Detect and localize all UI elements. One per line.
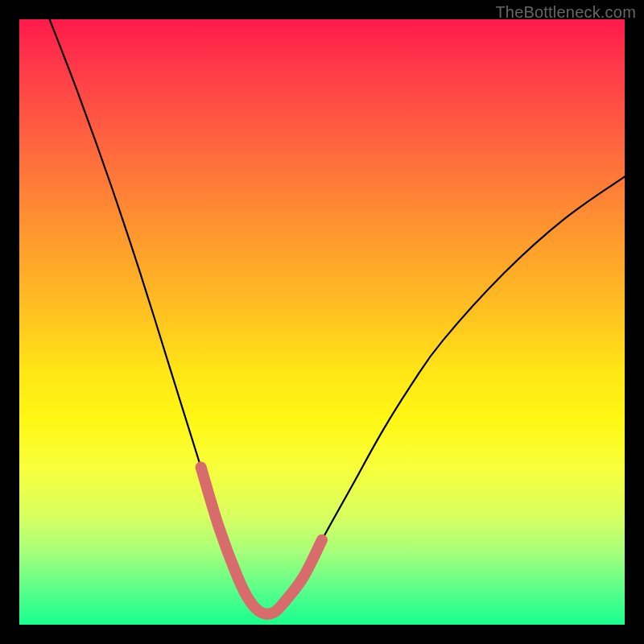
watermark-text: TheBottleneck.com xyxy=(495,3,636,22)
chart-stage: TheBottleneck.com xyxy=(0,0,644,644)
bottleneck-curve-highlight xyxy=(201,468,322,615)
bottleneck-curve-svg xyxy=(19,19,625,625)
bottleneck-curve-path xyxy=(50,19,625,614)
plot-area xyxy=(19,19,625,625)
